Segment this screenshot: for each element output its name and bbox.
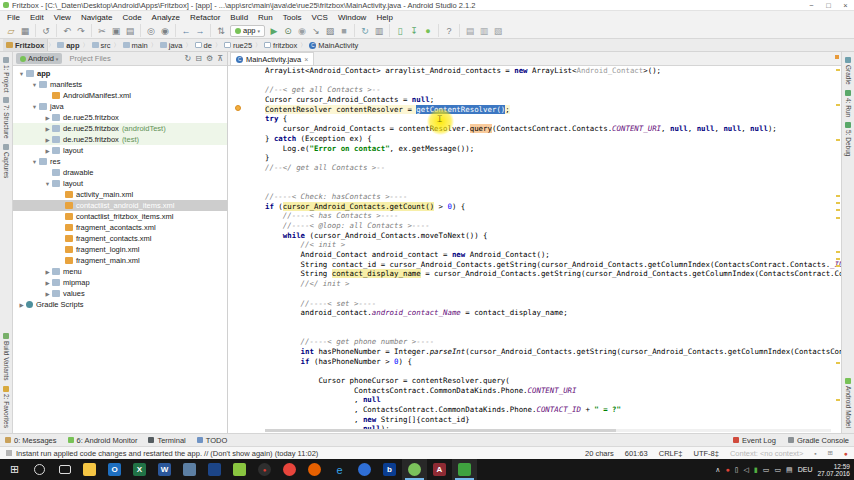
outlook[interactable]: O (102, 459, 127, 480)
minimize-button[interactable]: − (803, 1, 820, 10)
horizontal-scrollbar[interactable] (265, 429, 831, 432)
tree-item-layout[interactable]: ▼layout (13, 178, 227, 189)
run-configuration-select[interactable]: app▾ (230, 25, 265, 37)
tree-item-values[interactable]: ▶values (13, 288, 227, 299)
tool-button-1-project[interactable]: 1: Project (3, 57, 10, 92)
photos-app[interactable] (227, 459, 252, 480)
expand-arrow-icon[interactable]: ▶ (43, 280, 52, 286)
breadcrumb-fritzbox[interactable]: Fritzbox (3, 39, 48, 51)
menu-window[interactable]: Window (333, 13, 371, 22)
tree-item-fragment-contacts-xml[interactable]: fragment_contacts.xml (13, 233, 227, 244)
debug-icon[interactable]: ⊙ (281, 24, 295, 37)
maximize-button[interactable]: □ (820, 1, 837, 10)
file-explorer[interactable] (77, 459, 102, 480)
expand-arrow-icon[interactable]: ▼ (43, 181, 52, 187)
edge[interactable]: e (327, 459, 352, 480)
help-icon[interactable]: ? (442, 24, 456, 37)
status-crlf[interactable]: CRLF‡ (659, 449, 683, 458)
menu-analyze[interactable]: Analyze (147, 13, 185, 22)
breadcrumb-rue25[interactable]: rue25 (221, 39, 255, 51)
tool-window-button-gradle-console[interactable]: Gradle Console (788, 436, 849, 445)
collapse-all-icon[interactable]: ⊟ (195, 54, 202, 63)
expand-arrow-icon[interactable]: ▶ (43, 269, 52, 275)
expand-arrow-icon[interactable]: ▶ (43, 126, 52, 132)
status-context-no-context[interactable]: Context: <no context> (730, 449, 803, 458)
tool-window-button-0-messages[interactable]: 0: Messages (5, 436, 57, 445)
settings-icon[interactable]: ⚙ (206, 54, 213, 63)
expand-arrow-icon[interactable]: ▼ (30, 104, 39, 110)
run-coverage-icon[interactable]: ◉ (295, 24, 309, 37)
save-all-icon[interactable]: ▦ (18, 24, 32, 37)
chrome[interactable] (277, 459, 302, 480)
tree-item-drawable[interactable]: drawable (13, 167, 227, 178)
intention-bulb-icon[interactable] (235, 105, 241, 111)
tree-item-layout[interactable]: ▶layout (13, 145, 227, 156)
project-view-files-tab[interactable]: Project Files (65, 53, 114, 64)
window-layout-2-icon[interactable]: ▥ (477, 24, 491, 37)
screen-recorder[interactable]: ● (252, 459, 277, 480)
menu-build[interactable]: Build (225, 13, 253, 22)
tool-button-2-favorites[interactable]: 2: Favorites (3, 386, 10, 428)
readonly-lock-icon[interactable]: ▪ (814, 450, 816, 457)
expand-arrow-icon[interactable]: ▶ (43, 291, 52, 297)
sdk-manager-icon[interactable]: ↧ (407, 24, 421, 37)
battery-icon[interactable]: ▭ (763, 466, 770, 474)
code-editor[interactable]: ArrayList<Android_Contact> arraylist_And… (228, 66, 841, 433)
tree-item-androidmanifest-xml[interactable]: AndroidManifest.xml (13, 90, 227, 101)
tool-button-build-variants[interactable]: Build Variants (3, 333, 10, 381)
run-icon[interactable]: ▶ (267, 24, 281, 37)
menu-refactor[interactable]: Refactor (185, 13, 225, 22)
stop-icon[interactable]: ■ (337, 24, 351, 37)
notification-dot-icon[interactable]: ● (844, 450, 848, 457)
breadcrumb-de[interactable]: de (192, 39, 215, 51)
excel[interactable]: X (127, 459, 152, 480)
app-blue-tile[interactable]: b (377, 459, 402, 480)
breadcrumb-mainactivity[interactable]: CMainActivity (306, 39, 361, 51)
gradle-sync-icon[interactable]: ↻ (358, 24, 372, 37)
app-blue-swoosh[interactable] (202, 459, 227, 480)
avd-manager-icon[interactable]: ▯ (393, 24, 407, 37)
tool-button-captures[interactable]: Captures (3, 144, 10, 178)
replace-icon[interactable]: ◉ (158, 24, 172, 37)
tree-item-manifests[interactable]: ▼manifests (13, 79, 227, 90)
app-green[interactable] (452, 459, 477, 480)
undo-icon[interactable]: ↶ (60, 24, 74, 37)
app-blue-circle[interactable] (352, 459, 377, 480)
compile-icon[interactable]: ⇅ (214, 24, 228, 37)
tray-expand-icon[interactable]: ∧ (715, 466, 720, 474)
menu-navigate[interactable]: Navigate (76, 13, 118, 22)
expand-arrow-icon[interactable]: ▶ (43, 148, 52, 154)
tree-item-contactlist-fritzbox-items-xml[interactable]: contactlist_fritzbox_items.xml (13, 211, 227, 222)
android-studio[interactable] (402, 459, 427, 480)
profile-icon[interactable]: ▨ (323, 24, 337, 37)
tree-item-activity-main-xml[interactable]: activity_main.xml (13, 189, 227, 200)
project-view-android-tab[interactable]: Android ▾ (16, 53, 62, 64)
status-utf-8[interactable]: UTF-8‡ (693, 449, 718, 458)
usb-icon[interactable]: ▯ (735, 466, 739, 474)
tree-item-fragment-main-xml[interactable]: fragment_main.xml (13, 255, 227, 266)
tool-window-button-terminal[interactable]: Terminal (148, 436, 185, 445)
menu-view[interactable]: View (49, 13, 76, 22)
tree-item-fragment-login-xml[interactable]: fragment_login.xml (13, 244, 227, 255)
firefox[interactable] (302, 459, 327, 480)
keyboard-language[interactable]: DEU (798, 466, 813, 473)
recorder-tray-icon[interactable]: ● (725, 466, 729, 474)
status-601-63[interactable]: 601:63 (625, 449, 648, 458)
hide-panel-icon[interactable]: ⊼ (217, 54, 223, 63)
attach-debugger-icon[interactable]: ↘ (309, 24, 323, 37)
forward-icon[interactable]: → (193, 24, 207, 37)
tool-button-5-debug[interactable]: 5: Debug (845, 122, 852, 156)
word[interactable]: W (152, 459, 177, 480)
breadcrumb-fritzbox[interactable]: fritzbox (261, 39, 300, 51)
volume-icon[interactable]: ◁ (744, 466, 749, 474)
close-button[interactable]: × (837, 1, 854, 10)
cut-icon[interactable]: ✂ (95, 24, 109, 37)
tool-window-button-event-log[interactable]: Event Log (733, 436, 776, 445)
hector-inspector-icon[interactable]: ⊞ (828, 449, 833, 457)
expand-arrow-icon[interactable]: ▼ (17, 71, 26, 77)
tree-item-de-rue25-fritzbox[interactable]: ▶de.rue25.fritzbox (13, 112, 227, 123)
scrollbar-thumb[interactable] (265, 429, 616, 432)
tool-button-4-run[interactable]: 4: Run (845, 90, 852, 117)
open-icon[interactable]: ▱ (4, 24, 18, 37)
tree-item-fragment-acontacts-xml[interactable]: fragment_acontacts.xml (13, 222, 227, 233)
